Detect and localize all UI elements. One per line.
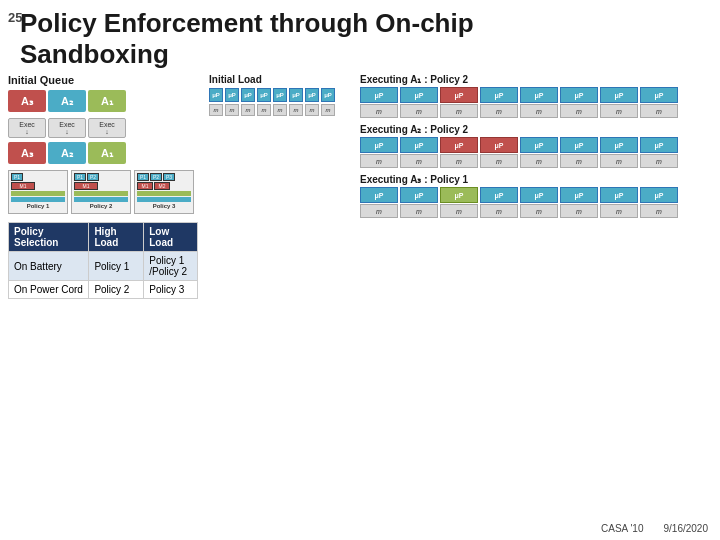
up-cell-7: μP [305, 88, 319, 102]
footer: CASA '10 9/16/2020 [601, 523, 708, 534]
m-cell-7: m [305, 104, 319, 116]
policy-2-diagram: P1 P2 M1 Policy 2 [71, 170, 131, 214]
a3-up-1: μP [360, 187, 398, 203]
m-cell-3: m [241, 104, 255, 116]
a1-up-4: μP [480, 87, 518, 103]
a3-up-6: μP [560, 187, 598, 203]
policy-diagrams: P1 M1 Policy 1 P1 P2 M1 [8, 170, 203, 214]
m-cell-4: m [257, 104, 271, 116]
policy-3-label: Policy 3 [137, 203, 191, 209]
a1-m-4: m [480, 104, 518, 118]
initial-load-label: Initial Load [209, 74, 354, 85]
a3-m-8: m [640, 204, 678, 218]
exec-a1-label: Executing A₁ : Policy 2 [360, 74, 712, 85]
queue2-item-a1: A₁ [88, 142, 126, 164]
cell-on-power-cord: On Power Cord [9, 281, 89, 299]
a2-up-2: μP [400, 137, 438, 153]
a1-up-6: μP [560, 87, 598, 103]
a3-up-7: μP [600, 187, 638, 203]
table-row-power-cord: On Power Cord Policy 2 Policy 3 [9, 281, 198, 299]
a2-m-4: m [480, 154, 518, 168]
right-column: Executing A₁ : Policy 2 μP μP μP μP μP μ… [360, 74, 712, 299]
up-cell-4: μP [257, 88, 271, 102]
cell-battery-low: Policy 1 /Policy 2 [144, 252, 198, 281]
a3-up-4: μP [480, 187, 518, 203]
a3-m-7: m [600, 204, 638, 218]
exec-a3-m-row: m m m m m m m m [360, 204, 712, 218]
a3-m-4: m [480, 204, 518, 218]
footer-date: 9/16/2020 [664, 523, 709, 534]
middle-column: Initial Load μP μP μP μP μP μP μP μP m m… [209, 74, 354, 299]
a1-up-3: μP [440, 87, 478, 103]
exec-a3-up-row: μP μP μP μP μP μP μP μP [360, 187, 712, 203]
a3-up-2: μP [400, 187, 438, 203]
up-cell-8: μP [321, 88, 335, 102]
up-cell-2: μP [225, 88, 239, 102]
a3-m-3: m [440, 204, 478, 218]
up-cell-6: μP [289, 88, 303, 102]
up-cell-3: μP [241, 88, 255, 102]
exec-a1-up-row: μP μP μP μP μP μP μP μP [360, 87, 712, 103]
left-column: Initial Queue A₃ A₂ A₁ Exec↓ Exec↓ Exec↓… [8, 74, 203, 299]
exec-a1-section: Executing A₁ : Policy 2 μP μP μP μP μP μ… [360, 74, 712, 118]
m-cell-1: m [209, 104, 223, 116]
a3-m-2: m [400, 204, 438, 218]
initial-queue-label: Initial Queue [8, 74, 203, 86]
exec-arrows: Exec↓ Exec↓ Exec↓ [8, 118, 203, 138]
cell-on-battery: On Battery [9, 252, 89, 281]
a1-up-8: μP [640, 87, 678, 103]
table-header-high-load: High Load [89, 223, 144, 252]
queue2-item-a3: A₃ [8, 142, 46, 164]
m-cell-8: m [321, 104, 335, 116]
exec-a3-label: Executing A₃ : Policy 1 [360, 174, 712, 185]
a2-up-8: μP [640, 137, 678, 153]
a2-m-1: m [360, 154, 398, 168]
a1-m-7: m [600, 104, 638, 118]
a2-m-6: m [560, 154, 598, 168]
queue-boxes: A₃ A₂ A₁ [8, 90, 203, 112]
table-header-low-load: Low Load [144, 223, 198, 252]
a3-m-6: m [560, 204, 598, 218]
a1-m-2: m [400, 104, 438, 118]
cell-power-low: Policy 3 [144, 281, 198, 299]
up-cell-1: μP [209, 88, 223, 102]
table-header-policy: Policy Selection [9, 223, 89, 252]
a2-up-1: μP [360, 137, 398, 153]
a1-m-6: m [560, 104, 598, 118]
a2-m-7: m [600, 154, 638, 168]
a2-up-7: μP [600, 137, 638, 153]
queue-item-a3: A₃ [8, 90, 46, 112]
a2-m-8: m [640, 154, 678, 168]
slide-number: 25 [8, 10, 22, 25]
a3-m-5: m [520, 204, 558, 218]
m-cell-5: m [273, 104, 287, 116]
exec-a2-m-row: m m m m m m m m [360, 154, 712, 168]
a3-up-3: μP [440, 187, 478, 203]
exec-a3-section: Executing A₃ : Policy 1 μP μP μP μP μP μ… [360, 174, 712, 218]
a3-up-5: μP [520, 187, 558, 203]
policy-3-diagram: P1 P2 P3 M1 M2 Policy 3 [134, 170, 194, 214]
a2-up-6: μP [560, 137, 598, 153]
m-cell-6: m [289, 104, 303, 116]
exec-arrow-3: Exec↓ [88, 118, 126, 138]
exec-a2-up-row: μP μP μP μP μP μP μP μP [360, 137, 712, 153]
a1-up-1: μP [360, 87, 398, 103]
a3-m-1: m [360, 204, 398, 218]
a1-up-5: μP [520, 87, 558, 103]
exec-arrow-1: Exec↓ [8, 118, 46, 138]
exec-arrow-2: Exec↓ [48, 118, 86, 138]
table-row-battery: On Battery Policy 1 Policy 1 /Policy 2 [9, 252, 198, 281]
queue-boxes-2: A₃ A₂ A₁ [8, 142, 203, 164]
cell-battery-high: Policy 1 [89, 252, 144, 281]
policy-selection-table: Policy Selection High Load Low Load On B… [8, 222, 198, 299]
queue2-item-a2: A₂ [48, 142, 86, 164]
a1-up-7: μP [600, 87, 638, 103]
policy-1-diagram: P1 M1 Policy 1 [8, 170, 68, 214]
exec-a2-section: Executing A₂ : Policy 2 μP μP μP μP μP μ… [360, 124, 712, 168]
policy-2-label: Policy 2 [74, 203, 128, 209]
a2-up-3: μP [440, 137, 478, 153]
title-area: Policy Enforcement through On-chip Sandb… [0, 0, 720, 74]
up-cell-5: μP [273, 88, 287, 102]
a2-m-5: m [520, 154, 558, 168]
exec-a2-label: Executing A₂ : Policy 2 [360, 124, 712, 135]
